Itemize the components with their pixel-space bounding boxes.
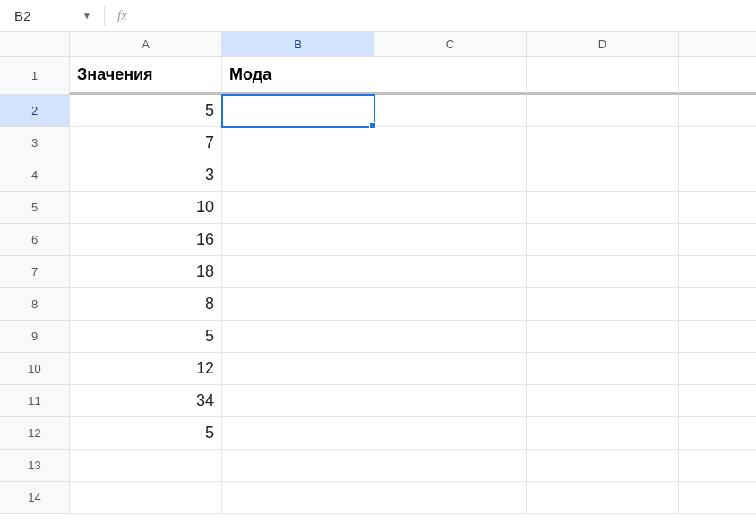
cell-B7[interactable]	[222, 256, 374, 288]
cell-E11[interactable]	[679, 385, 756, 417]
cell-A11[interactable]: 34	[70, 385, 222, 417]
cell-C3[interactable]	[374, 127, 527, 159]
cell-C6[interactable]	[374, 224, 527, 256]
cell-D2[interactable]	[527, 95, 679, 127]
row-2: 2 5	[0, 95, 756, 127]
cell-B9[interactable]	[222, 321, 374, 353]
cell-A7[interactable]: 18	[70, 256, 222, 288]
row-head-5[interactable]: 5	[0, 192, 70, 224]
col-head-B[interactable]: B	[222, 32, 374, 57]
cell-E9[interactable]	[679, 321, 756, 353]
cell-D9[interactable]	[527, 321, 679, 353]
row-10: 10 12	[0, 353, 756, 385]
row-head-12[interactable]: 12	[0, 417, 70, 450]
cell-D1[interactable]	[527, 57, 679, 95]
cell-C13[interactable]	[374, 450, 527, 482]
cell-A9[interactable]: 5	[70, 321, 222, 353]
row-head-10[interactable]: 10	[0, 353, 70, 385]
cell-B1[interactable]: Мода	[222, 57, 374, 95]
cell-E4[interactable]	[679, 159, 756, 192]
cell-B13[interactable]	[222, 450, 374, 482]
col-head-A[interactable]: A	[70, 32, 222, 57]
cell-D5[interactable]	[527, 192, 679, 224]
cell-B10[interactable]	[222, 353, 374, 385]
cell-C2[interactable]	[374, 95, 527, 127]
cell-B6[interactable]	[222, 224, 374, 256]
formula-input[interactable]	[136, 0, 749, 31]
cell-E10[interactable]	[679, 353, 756, 385]
row-head-4[interactable]: 4	[0, 159, 70, 192]
cell-B5[interactable]	[222, 192, 374, 224]
name-box-dropdown-icon[interactable]: ▼	[82, 11, 91, 21]
cell-A6[interactable]: 16	[70, 224, 222, 256]
cell-A4[interactable]: 3	[70, 159, 222, 192]
cell-B2[interactable]	[222, 95, 374, 127]
cell-E8[interactable]	[679, 288, 756, 321]
cell-E2[interactable]	[679, 95, 756, 127]
cell-D7[interactable]	[527, 256, 679, 288]
cell-E7[interactable]	[679, 256, 756, 288]
cell-E13[interactable]	[679, 450, 756, 482]
cell-B8[interactable]	[222, 288, 374, 321]
cell-C14[interactable]	[374, 482, 527, 514]
cell-C1[interactable]	[374, 57, 527, 95]
cell-B14[interactable]	[222, 482, 374, 514]
row-head-14[interactable]: 14	[0, 482, 70, 514]
select-all-corner[interactable]	[0, 32, 70, 57]
cell-A14[interactable]	[70, 482, 222, 514]
cell-C4[interactable]	[374, 159, 527, 192]
cell-D8[interactable]	[527, 288, 679, 321]
cell-C7[interactable]	[374, 256, 527, 288]
cell-B4[interactable]	[222, 159, 374, 192]
row-head-1[interactable]: 1	[0, 57, 70, 95]
cell-D14[interactable]	[527, 482, 679, 514]
cell-A13[interactable]	[70, 450, 222, 482]
cell-C8[interactable]	[374, 288, 527, 321]
cell-C11[interactable]	[374, 385, 527, 417]
cell-E5[interactable]	[679, 192, 756, 224]
cell-E14[interactable]	[679, 482, 756, 514]
cell-E6[interactable]	[679, 224, 756, 256]
row-6: 6 16	[0, 224, 756, 256]
col-head-C[interactable]: C	[374, 32, 527, 57]
cell-D4[interactable]	[527, 159, 679, 192]
cell-A1[interactable]: Значения	[70, 57, 222, 95]
cell-C10[interactable]	[374, 353, 527, 385]
cell-B3[interactable]	[222, 127, 374, 159]
cell-A2[interactable]: 5	[70, 95, 222, 127]
spreadsheet-grid[interactable]: A B C D 1 Значения Мода 2 5 3 7 4 3	[0, 32, 756, 514]
row-head-9[interactable]: 9	[0, 321, 70, 353]
row-head-11[interactable]: 11	[0, 385, 70, 417]
cell-C5[interactable]	[374, 192, 527, 224]
cell-D10[interactable]	[527, 353, 679, 385]
col-head-E[interactable]	[679, 32, 756, 57]
row-head-7[interactable]: 7	[0, 256, 70, 288]
cell-A8[interactable]: 8	[70, 288, 222, 321]
cell-D12[interactable]	[527, 417, 679, 450]
row-head-8[interactable]: 8	[0, 288, 70, 321]
cell-C12[interactable]	[374, 417, 527, 450]
cell-E3[interactable]	[679, 127, 756, 159]
cell-C9[interactable]	[374, 321, 527, 353]
fx-icon[interactable]: fx	[117, 8, 127, 23]
cell-B12[interactable]	[222, 417, 374, 450]
cell-D6[interactable]	[527, 224, 679, 256]
cell-E1[interactable]	[679, 57, 756, 95]
row-head-6[interactable]: 6	[0, 224, 70, 256]
cell-D11[interactable]	[527, 385, 679, 417]
cell-A5[interactable]: 10	[70, 192, 222, 224]
cell-E12[interactable]	[679, 417, 756, 450]
row-head-2[interactable]: 2	[0, 95, 70, 127]
name-box[interactable]: B2 ▼	[7, 8, 97, 23]
cell-A3[interactable]: 7	[70, 127, 222, 159]
cell-A12[interactable]: 5	[70, 417, 222, 450]
row-4: 4 3	[0, 159, 756, 192]
cell-B11[interactable]	[222, 385, 374, 417]
row-head-13[interactable]: 13	[0, 450, 70, 482]
row-5: 5 10	[0, 192, 756, 224]
cell-A10[interactable]: 12	[70, 353, 222, 385]
row-head-3[interactable]: 3	[0, 127, 70, 159]
cell-D3[interactable]	[527, 127, 679, 159]
col-head-D[interactable]: D	[527, 32, 679, 57]
cell-D13[interactable]	[527, 450, 679, 482]
